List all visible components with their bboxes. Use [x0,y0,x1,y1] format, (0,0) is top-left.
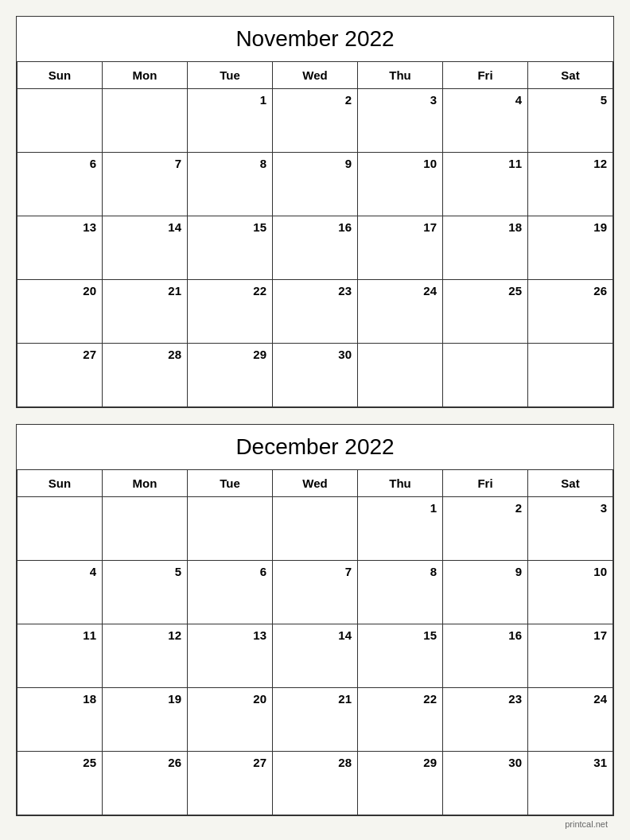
day-header-sun: Sun [18,470,103,497]
day-cell: 2 [443,497,528,561]
day-cell: 23 [273,280,358,344]
day-cell: 15 [188,216,273,280]
day-cell: 17 [528,624,613,688]
day-cell: 7 [103,153,188,216]
day-cell: 10 [358,153,443,216]
day-cell: 4 [443,89,528,153]
day-cell: 6 [188,561,273,624]
day-header-mon: Mon [103,62,188,89]
day-cell: 6 [18,153,103,216]
day-header-fri: Fri [443,470,528,497]
day-cell: 25 [18,752,103,815]
day-header-tue: Tue [188,470,273,497]
day-cell [443,344,528,407]
day-cell: 9 [443,561,528,624]
day-cell: 20 [188,688,273,752]
day-cell: 30 [443,752,528,815]
day-cell: 4 [18,561,103,624]
day-header-sat: Sat [528,62,613,89]
calendar-container: November 2022SunMonTueWedThuFriSat123456… [16,16,614,816]
day-cell: 13 [18,216,103,280]
day-header-wed: Wed [273,470,358,497]
day-cell: 17 [358,216,443,280]
day-header-thu: Thu [358,470,443,497]
day-cell: 12 [103,624,188,688]
day-cell: 26 [528,280,613,344]
day-cell [528,344,613,407]
november-2022-grid: SunMonTueWedThuFriSat1234567891011121314… [17,62,613,407]
november-2022-title: November 2022 [17,17,613,62]
day-cell: 11 [18,624,103,688]
december-2022-title: December 2022 [17,425,613,470]
day-header-sun: Sun [18,62,103,89]
day-cell: 21 [273,688,358,752]
day-cell [103,497,188,561]
day-cell: 12 [528,153,613,216]
day-cell: 7 [273,561,358,624]
day-header-wed: Wed [273,62,358,89]
day-header-fri: Fri [443,62,528,89]
day-cell: 28 [273,752,358,815]
day-header-thu: Thu [358,62,443,89]
day-cell [273,497,358,561]
day-cell: 11 [443,153,528,216]
december-2022-grid: SunMonTueWedThuFriSat1234567891011121314… [17,470,613,815]
day-cell: 28 [103,344,188,407]
day-header-sat: Sat [528,470,613,497]
day-cell: 25 [443,280,528,344]
december-2022: December 2022SunMonTueWedThuFriSat123456… [16,424,614,816]
day-cell: 9 [273,153,358,216]
day-header-tue: Tue [188,62,273,89]
day-cell: 1 [358,497,443,561]
day-cell: 3 [528,497,613,561]
day-cell [358,344,443,407]
day-cell: 3 [358,89,443,153]
day-cell: 26 [103,752,188,815]
day-cell: 1 [188,89,273,153]
day-cell: 31 [528,752,613,815]
day-cell [18,89,103,153]
day-cell [103,89,188,153]
day-cell: 2 [273,89,358,153]
day-cell: 13 [188,624,273,688]
day-cell: 14 [273,624,358,688]
day-cell: 27 [188,752,273,815]
day-cell: 22 [188,280,273,344]
day-cell: 24 [528,688,613,752]
day-cell: 5 [528,89,613,153]
day-cell: 16 [273,216,358,280]
day-cell: 19 [103,688,188,752]
day-cell: 15 [358,624,443,688]
day-cell: 29 [358,752,443,815]
day-cell: 10 [528,561,613,624]
day-cell: 16 [443,624,528,688]
day-cell [18,497,103,561]
day-cell: 27 [18,344,103,407]
day-cell: 19 [528,216,613,280]
day-cell: 8 [358,561,443,624]
day-cell: 8 [188,153,273,216]
day-cell: 21 [103,280,188,344]
day-cell: 14 [103,216,188,280]
day-cell: 30 [273,344,358,407]
day-cell [188,497,273,561]
november-2022: November 2022SunMonTueWedThuFriSat123456… [16,16,614,408]
day-cell: 22 [358,688,443,752]
day-cell: 18 [443,216,528,280]
day-cell: 23 [443,688,528,752]
day-cell: 24 [358,280,443,344]
day-header-mon: Mon [103,470,188,497]
day-cell: 5 [103,561,188,624]
day-cell: 29 [188,344,273,407]
day-cell: 20 [18,280,103,344]
watermark: printcal.net [16,816,614,830]
day-cell: 18 [18,688,103,752]
